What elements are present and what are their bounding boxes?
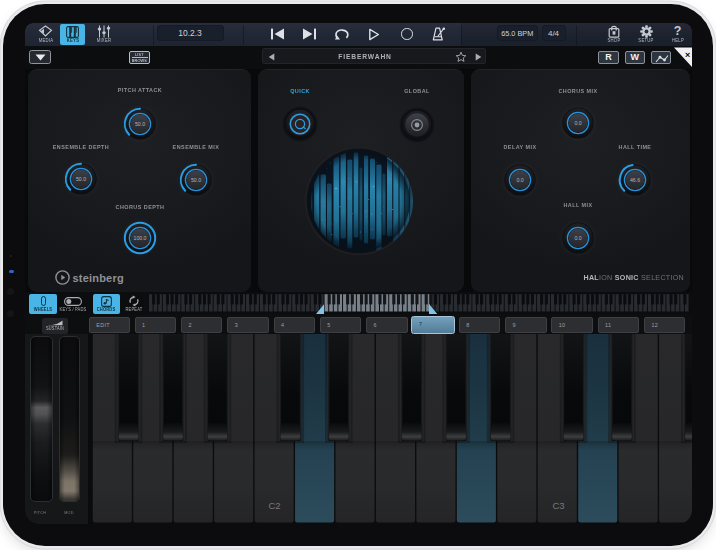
svg-text:50.0: 50.0 bbox=[76, 176, 86, 182]
svg-text:0.0: 0.0 bbox=[574, 235, 581, 241]
svg-text:C2: C2 bbox=[268, 500, 280, 511]
svg-text:×: × bbox=[684, 50, 689, 60]
svg-text:46.6: 46.6 bbox=[630, 177, 640, 183]
svg-text:50.0: 50.0 bbox=[134, 121, 144, 127]
svg-text:C3: C3 bbox=[552, 500, 564, 511]
svg-text:0.0: 0.0 bbox=[574, 120, 581, 126]
svg-text:100.0: 100.0 bbox=[133, 235, 146, 241]
svg-text:0.0: 0.0 bbox=[516, 177, 523, 183]
svg-text:50.0: 50.0 bbox=[191, 177, 201, 183]
